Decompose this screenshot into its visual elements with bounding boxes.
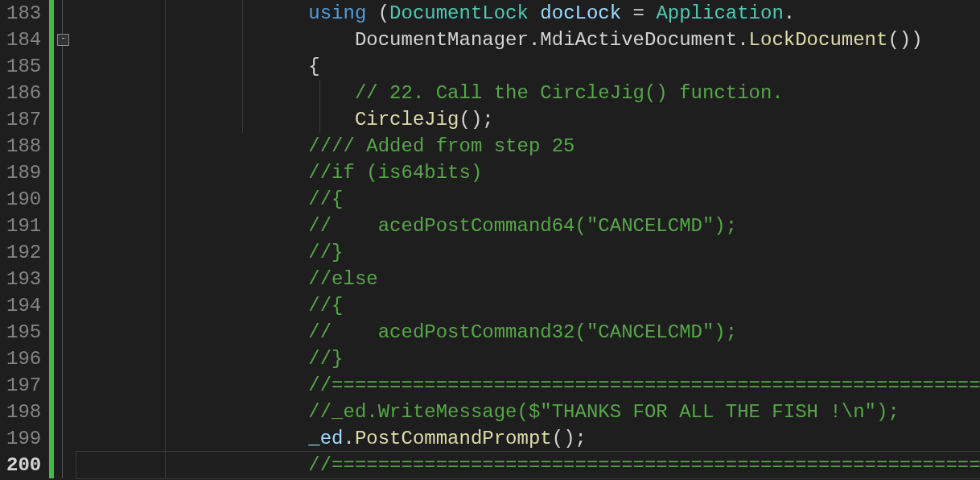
code-token: (); [552,428,587,449]
code-line[interactable]: DocumentManager.MdiActiveDocument.LockDo… [76,27,980,53]
code-token [529,2,540,24]
outline-fold-margin[interactable]: - [54,0,72,478]
line-number: 193 [6,266,41,292]
collapse-icon[interactable]: - [57,34,69,46]
code-line[interactable]: // acedPostCommand32("CANCELCMD"); [76,319,980,346]
line-number: 200 [6,452,41,478]
line-number: 186 [6,80,41,106]
code-token [76,29,355,51]
indent-guide [165,213,166,239]
line-number: 199 [6,425,41,452]
code-token: ( [366,2,389,24]
code-token [76,374,308,396]
indent-guide [319,106,320,133]
code-token [76,401,308,423]
code-token [76,321,308,343]
code-token [76,135,308,157]
code-token: { [76,56,319,77]
code-token: docLock [540,2,621,24]
code-line[interactable]: //_ed.WriteMessage($"THANKS FOR ALL THE … [76,399,980,425]
indent-guide [242,80,243,106]
code-token [76,188,308,210]
indent-guide [165,106,166,133]
indent-guide [165,239,166,266]
code-line[interactable]: //// Added from step 25 [76,133,980,159]
code-line[interactable]: //{ [76,292,980,319]
code-token: DocumentLock [389,2,529,24]
indent-guide [165,372,166,399]
code-line[interactable]: // 22. Call the CircleJig() function. [76,80,980,106]
code-token: DocumentManager [355,29,529,51]
indent-guide [165,319,166,346]
code-token: CircleJig [355,109,459,130]
indent-guide [165,399,166,425]
code-line[interactable]: { [76,53,980,80]
indent-guide [165,27,166,53]
code-token: // acedPostCommand64("CANCELCMD"); [308,215,737,237]
code-line[interactable]: //if (is64bits) [76,159,980,186]
line-number: 188 [6,133,41,159]
code-line[interactable]: // acedPostCommand64("CANCELCMD"); [76,213,980,239]
line-number: 197 [6,372,41,399]
code-line[interactable]: _ed.PostCommandPrompt(); [76,425,980,452]
code-line[interactable]: //else [76,266,980,292]
code-token [76,428,308,449]
code-token: using [308,2,366,24]
code-token [76,348,308,370]
indent-guide [165,452,166,478]
code-line[interactable]: CircleJig(); [76,106,980,133]
indent-guide [319,80,320,106]
code-area[interactable]: using (DocumentLock docLock = Applicatio… [72,0,980,478]
code-token: //======================================… [308,374,980,396]
line-number: 191 [6,213,41,239]
code-line[interactable]: //{ [76,186,980,213]
indent-guide [242,106,243,133]
code-token [76,454,308,476]
code-token: PostCommandPrompt [355,428,552,449]
code-token: //} [308,242,343,263]
code-token: //if (is64bits) [308,162,482,184]
code-line[interactable]: //} [76,239,980,266]
code-token: = [621,2,656,24]
line-number: 194 [6,292,41,319]
code-token: (); [459,109,494,130]
indent-guide [242,53,243,80]
code-token: MdiActiveDocument [540,29,737,51]
line-number: 195 [6,319,41,346]
line-number: 198 [6,399,41,425]
code-token: //======================================… [308,454,980,476]
code-token [76,295,308,317]
code-token: _ed [308,428,343,449]
line-number: 185 [6,53,41,80]
code-token [76,268,308,290]
code-token [76,162,308,184]
code-token: //else [308,268,377,290]
indent-guide [165,266,166,292]
code-token [76,242,308,263]
code-token [76,215,308,237]
line-number: 192 [6,239,41,266]
line-number: 183 [6,0,41,27]
code-token: // acedPostCommand32("CANCELCMD"); [308,321,737,343]
line-number: 190 [6,186,41,213]
indent-guide [242,27,243,53]
line-number: 184 [6,27,41,53]
code-token: . [529,29,540,51]
line-number: 189 [6,159,41,186]
code-token: . [784,2,795,24]
indent-guide [165,292,166,319]
code-editor[interactable]: 1831841851861871881891901911921931941951… [0,0,980,478]
line-number-gutter: 1831841851861871881891901911921931941951… [0,0,49,478]
code-token: //{ [308,295,343,317]
code-line[interactable]: //======================================… [76,372,980,399]
indent-guide [242,0,243,27]
code-token: //_ed.WriteMessage($"THANKS FOR ALL THE … [308,401,900,423]
code-token [76,82,355,104]
indent-guide [165,159,166,186]
indent-guide [165,53,166,80]
line-number: 196 [6,346,41,372]
code-line[interactable]: //======================================… [76,452,980,478]
code-token [76,2,308,24]
code-line[interactable]: //} [76,346,980,372]
code-line[interactable]: using (DocumentLock docLock = Applicatio… [76,0,980,27]
